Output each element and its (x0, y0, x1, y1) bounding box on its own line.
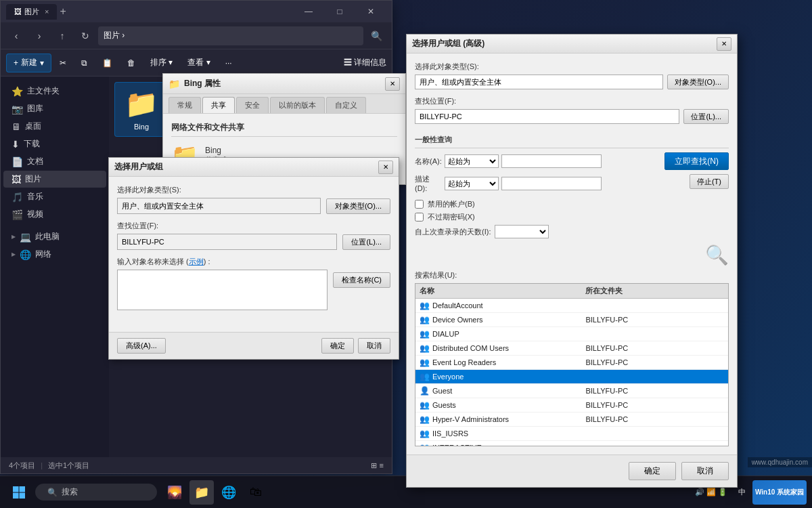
result-row-device-owners[interactable]: 👥Device Owners BILLYFU-PC (415, 313, 728, 327)
result-row-everyone[interactable]: 👥Everyone (415, 370, 728, 384)
description-filter-input[interactable] (501, 177, 602, 190)
bing-properties-close[interactable]: ✕ (385, 77, 400, 91)
add-tab-button[interactable]: + (60, 5, 66, 18)
select-user-cancel-button[interactable]: 取消 (358, 338, 390, 354)
object-type-label: 选择此对象类型(S): (117, 185, 390, 195)
sidebar-item-videos[interactable]: 🎬 视频 (3, 206, 106, 223)
name-filter-select[interactable]: 起始为 (445, 154, 499, 168)
sidebar-item-pictures[interactable]: 🖼 图片 (3, 171, 106, 188)
action-toolbar: + 新建 ▾ ✂ ⧉ 📋 🗑 排序 ▾ 查看 ▾ ··· (1, 49, 392, 77)
disabled-accounts-checkbox[interactable] (415, 200, 424, 209)
tab-security[interactable]: 安全 (236, 97, 269, 113)
asd-location-row: BILLYFU-PC 位置(L)... (415, 109, 729, 124)
sidebar: ⭐ 主文件夹 📷 图库 🖥 桌面 ⬇ 下载 📄 文档 (1, 77, 109, 457)
result-row-event-log-readers[interactable]: 👥Event Log Readers BILLYFU-PC (415, 356, 728, 370)
result-row-hyper-v[interactable]: 👥Hyper-V Administrators BILLYFU-PC (415, 412, 728, 427)
bing-file-name: Bing (205, 146, 227, 155)
advanced-select-close[interactable]: ✕ (717, 37, 731, 51)
object-type-button[interactable]: 对象类型(O)... (326, 198, 390, 214)
start-button[interactable] (5, 479, 32, 506)
result-row-guests[interactable]: 👥Guests BILLYFU-PC (415, 398, 728, 412)
result-row-distributed-com-users[interactable]: 👥Distributed COM Users BILLYFU-PC (415, 341, 728, 356)
paste-button[interactable]: 📋 (95, 54, 119, 72)
object-type-input[interactable] (117, 198, 321, 214)
user-icon-6: 👤 (420, 386, 430, 396)
bing-properties-titlebar: 📁 Bing 属性 ✕ (163, 74, 405, 94)
system-tray[interactable]: 🔊 📶 🔋 (691, 486, 731, 498)
svg-rect-1 (20, 486, 26, 492)
cut-button[interactable]: ✂ (53, 54, 73, 72)
days-select[interactable] (495, 225, 549, 238)
explorer-tab[interactable]: 🖼 图片 × (6, 4, 57, 20)
sharing-section-title: 网络文件和文件共享 (171, 122, 397, 137)
tab-previous-versions[interactable]: 以前的版本 (270, 97, 325, 113)
up-button[interactable]: ↑ (52, 26, 72, 45)
asd-object-type-button[interactable]: 对象类型(O)... (667, 75, 729, 89)
back-button[interactable]: ‹ (6, 26, 26, 45)
tab-label: 图片 (24, 7, 39, 17)
sidebar-item-network[interactable]: ▶ 🌐 网络 (3, 246, 106, 263)
new-button[interactable]: + 新建 ▾ (6, 54, 51, 72)
search-bar[interactable]: 🔍 搜索 (35, 484, 157, 501)
tab-sharing[interactable]: 共享 (202, 97, 235, 113)
stop-search-button[interactable]: 停止(T) (690, 174, 729, 189)
taskbar-store-icon[interactable]: 🛍 (244, 480, 268, 505)
result-row-guest[interactable]: 👤Guest BILLYFU-PC (415, 384, 728, 398)
user-group-icon-3: 👥 (420, 343, 430, 353)
more-button[interactable]: ··· (219, 54, 239, 72)
refresh-button[interactable]: ↻ (75, 26, 95, 45)
sidebar-item-desktop[interactable]: 🖥 桌面 (3, 118, 106, 135)
advanced-ok-button[interactable]: 确定 (629, 462, 676, 480)
sidebar-item-home[interactable]: ⭐ 主文件夹 (3, 83, 106, 100)
example-link[interactable]: 示例 (189, 257, 204, 266)
advanced-button[interactable]: 高级(A)... (117, 338, 166, 354)
status-separator: | (41, 461, 43, 469)
sidebar-item-music[interactable]: 🎵 音乐 (3, 188, 106, 205)
taskbar-edge-icon[interactable]: 🌐 (217, 480, 241, 505)
address-bar[interactable]: 图片 › (98, 26, 363, 45)
stop-button-area: 停止(T) (606, 174, 729, 192)
taskbar-landscape-icon[interactable]: 🌄 (162, 480, 187, 505)
select-user-close[interactable]: ✕ (378, 161, 393, 174)
file-item-bing[interactable]: 📁 Bing (114, 82, 168, 137)
close-button[interactable]: ✕ (355, 1, 386, 22)
tab-close-icon[interactable]: × (45, 7, 49, 16)
name-query-label: 名称(A): (415, 156, 442, 167)
advanced-select-title: 选择用户或组 (高级) (412, 38, 717, 49)
list-view-icon[interactable]: ≡ (380, 461, 384, 470)
taskbar-folder-icon[interactable]: 📁 (189, 480, 214, 505)
delete-button[interactable]: 🗑 (120, 54, 142, 72)
sidebar-item-downloads[interactable]: ⬇ 下载 (3, 135, 106, 152)
search-now-button[interactable]: 立即查找(N) (664, 152, 729, 170)
result-row-interactive[interactable]: 👥INTERACTIVE (415, 441, 728, 446)
asd-location-button[interactable]: 位置(L)... (683, 109, 729, 124)
desktop-icon: 🖥 (12, 121, 21, 132)
location-input[interactable] (117, 234, 337, 250)
description-filter-select[interactable]: 起始为 (445, 177, 499, 190)
maximize-button[interactable]: □ (324, 1, 355, 22)
detail-view-toggle[interactable]: ☰ 详细信息 (344, 57, 386, 68)
copy-button[interactable]: ⧉ (74, 54, 94, 72)
no-expire-checkbox[interactable] (415, 213, 424, 221)
sidebar-item-this-pc[interactable]: ▶ 💻 此电脑 (3, 228, 106, 245)
name-filter-input[interactable] (501, 154, 602, 168)
result-row-dialup[interactable]: 👥DIALUP (415, 327, 728, 341)
advanced-cancel-button[interactable]: 取消 (681, 462, 729, 480)
forward-button[interactable]: › (29, 26, 49, 45)
search-icon[interactable]: 🔍 (366, 26, 386, 45)
sidebar-item-gallery[interactable]: 📷 图库 (3, 100, 106, 117)
tab-general[interactable]: 常规 (168, 97, 201, 113)
location-button[interactable]: 位置(L)... (342, 234, 390, 250)
sort-button[interactable]: 排序 ▾ (143, 54, 179, 72)
result-row-default-account[interactable]: 👥DefaultAccount (415, 299, 728, 313)
check-names-button[interactable]: 检查名称(C) (333, 272, 390, 288)
tab-customize[interactable]: 自定义 (326, 97, 366, 113)
grid-view-icon[interactable]: ⊞ (371, 461, 377, 470)
select-user-ok-button[interactable]: 确定 (321, 338, 354, 354)
result-row-iis-iusrs[interactable]: 👥IIS_IUSRS (415, 427, 728, 441)
view-button[interactable]: 查看 ▾ (181, 54, 217, 72)
name-textarea[interactable] (117, 270, 328, 310)
sidebar-item-documents[interactable]: 📄 文档 (3, 153, 106, 170)
minimize-button[interactable]: — (293, 1, 324, 22)
results-table[interactable]: 名称 所在文件夹 👥DefaultAccount 👥Device Owners … (415, 283, 729, 446)
